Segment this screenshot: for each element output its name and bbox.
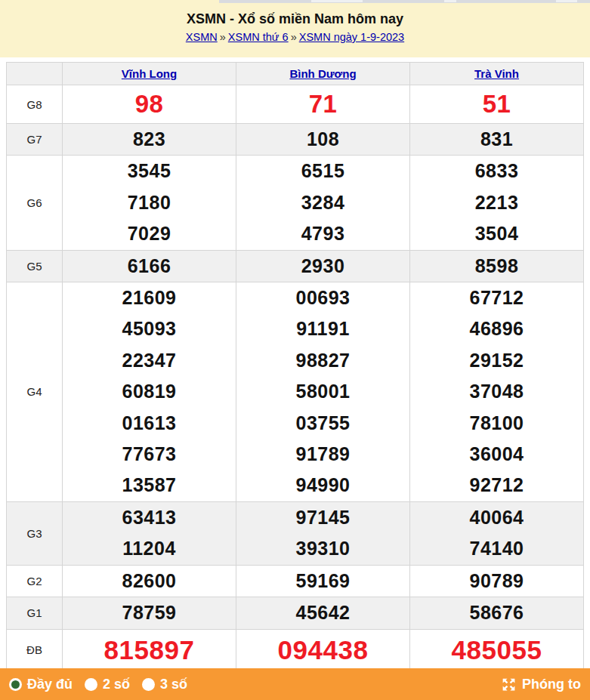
column-link-vinh-long[interactable]: Vĩnh Long — [122, 67, 177, 80]
table-row-g7: G7823108831 — [7, 124, 584, 156]
page-title: XSMN - Xổ số miền Nam hôm nay — [0, 10, 590, 28]
prize-number: 13587 — [63, 470, 236, 501]
prize-number: 78100 — [410, 408, 583, 439]
prize-number: 6166 — [63, 251, 236, 282]
prize-number: 6515 — [236, 156, 409, 187]
row-label-g6: G6 — [7, 156, 63, 250]
prize-number: 74140 — [410, 533, 583, 564]
prize-number: 71 — [236, 85, 409, 123]
prize-number: 46896 — [410, 313, 583, 344]
prize-number: 45093 — [63, 313, 236, 344]
prize-number: 51 — [410, 85, 583, 123]
prize-number: 92712 — [410, 470, 583, 501]
expand-icon — [501, 677, 517, 692]
prize-number: 77673 — [63, 439, 236, 470]
prize-cell-g7-tra-vinh: 831 — [410, 124, 584, 156]
prize-number: 36004 — [410, 439, 583, 470]
prize-number: 11204 — [63, 533, 236, 564]
prize-number: 39310 — [236, 533, 409, 564]
prize-number: 82600 — [63, 566, 236, 597]
prize-number: 97145 — [236, 502, 409, 533]
header: XSMN - Xổ số miền Nam hôm nay XSMN»XSMN … — [0, 0, 590, 57]
prize-cell-g3-vinh-long: 6341311204 — [63, 501, 236, 565]
prize-number: 6833 — [410, 156, 583, 187]
prize-number: 01613 — [63, 408, 236, 439]
table-row-g5: G5616629308598 — [7, 250, 584, 282]
prize-cell-g3-binh-duong: 9714539310 — [236, 501, 410, 565]
breadcrumb-separator: » — [289, 31, 299, 43]
footer-bar: Đầy đủ2 số3 số Phóng to — [0, 668, 590, 700]
row-label-g1: G1 — [7, 597, 63, 629]
prize-cell-g3-tra-vinh: 4006474140 — [410, 501, 584, 565]
display-options: Đầy đủ2 số3 số — [9, 677, 199, 692]
prize-cell-g5-vinh-long: 6166 — [63, 250, 236, 282]
prize-number: 29152 — [410, 345, 583, 376]
breadcrumb-link-xsmn-ngay-1-9-2023[interactable]: XSMN ngày 1-9-2023 — [299, 31, 404, 43]
prize-number: 21609 — [63, 282, 236, 313]
prize-cell-g6-binh-duong: 651532844793 — [236, 156, 410, 250]
prize-number: 90789 — [410, 566, 583, 597]
prize-number: 8598 — [410, 251, 583, 282]
column-header-vinh-long: Vĩnh Long — [63, 63, 236, 85]
prize-number: 63413 — [63, 502, 236, 533]
table-row-g1: G1787594564258676 — [7, 597, 584, 629]
radio-label: 2 số — [103, 677, 130, 692]
results-body: G8987151G7823108831G63545718070296515328… — [7, 85, 584, 671]
prize-number: 3545 — [63, 156, 236, 187]
breadcrumb-link-xsmn[interactable]: XSMN — [186, 31, 218, 43]
prize-number: 58001 — [236, 376, 409, 407]
prize-number: 831 — [410, 124, 583, 155]
prize-cell-db-tra-vinh: 485055 — [410, 629, 584, 670]
prize-number: 37048 — [410, 376, 583, 407]
radio-option-day-du[interactable]: Đầy đủ — [9, 677, 73, 692]
prize-number: 7180 — [63, 187, 236, 218]
prize-cell-g1-tra-vinh: 58676 — [410, 597, 584, 629]
corner-cell — [7, 63, 63, 85]
radio-icon — [9, 678, 22, 691]
prize-number: 00693 — [236, 282, 409, 313]
radio-option-3-so[interactable]: 3 số — [142, 677, 187, 692]
prize-cell-g5-tra-vinh: 8598 — [410, 250, 584, 282]
table-row-db: ĐB815897094438485055 — [7, 629, 584, 670]
prize-number: 98827 — [236, 345, 409, 376]
prize-number: 2930 — [236, 251, 409, 282]
prize-number: 67712 — [410, 282, 583, 313]
prize-cell-g2-vinh-long: 82600 — [63, 565, 236, 597]
prize-number: 823 — [63, 124, 236, 155]
prize-number: 94990 — [236, 470, 409, 501]
column-link-tra-vinh[interactable]: Trà Vinh — [474, 67, 519, 80]
prize-number: 98 — [63, 85, 236, 123]
prize-cell-g8-vinh-long: 98 — [63, 85, 236, 124]
radio-label: 3 số — [160, 677, 187, 692]
prize-number: 2213 — [410, 187, 583, 218]
breadcrumb-link-xsmn-thu-6[interactable]: XSMN thứ 6 — [228, 31, 289, 43]
breadcrumb-separator: » — [218, 31, 228, 43]
zoom-button-label: Phóng to — [522, 677, 581, 692]
column-header-tra-vinh: Trà Vinh — [410, 63, 584, 85]
row-label-g7: G7 — [7, 124, 63, 156]
prize-number: 60819 — [63, 376, 236, 407]
row-label-g3: G3 — [7, 501, 63, 565]
prize-number: 59169 — [236, 566, 409, 597]
table-row-g2: G2826005916990789 — [7, 565, 584, 597]
radio-icon — [142, 678, 155, 691]
radio-option-2-so[interactable]: 2 số — [85, 677, 130, 692]
row-label-g8: G8 — [7, 85, 63, 124]
zoom-button[interactable]: Phóng to — [501, 677, 581, 692]
prize-cell-g4-tra-vinh: 67712468962915237048781003600492712 — [410, 282, 584, 502]
page: XSMN - Xổ số miền Nam hôm nay XSMN»XSMN … — [0, 0, 590, 700]
prize-cell-g1-binh-duong: 45642 — [236, 597, 410, 629]
table-row-g8: G8987151 — [7, 85, 584, 124]
prize-cell-g8-binh-duong: 71 — [236, 85, 410, 124]
row-label-g2: G2 — [7, 565, 63, 597]
prize-cell-g5-binh-duong: 2930 — [236, 250, 410, 282]
results-table: Vĩnh LongBình DươngTrà Vinh G8987151G782… — [6, 62, 584, 671]
prize-cell-g4-vinh-long: 21609450932234760819016137767313587 — [63, 282, 236, 502]
prize-cell-db-binh-duong: 094438 — [236, 629, 410, 670]
column-link-binh-duong[interactable]: Bình Dương — [289, 67, 356, 80]
radio-icon — [85, 678, 97, 691]
prize-cell-g6-tra-vinh: 683322133504 — [410, 156, 584, 250]
row-label-db: ĐB — [7, 629, 63, 670]
prize-number: 485055 — [410, 630, 583, 670]
prize-number: 40064 — [410, 502, 583, 533]
